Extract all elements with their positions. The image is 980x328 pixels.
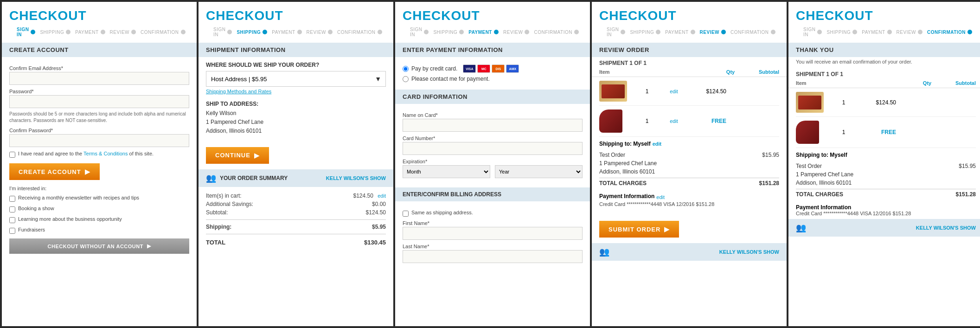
- step-shipping-2: SHIPPING: [237, 30, 261, 35]
- step-payment-1: PAYMENT: [75, 30, 98, 35]
- show-link-2[interactable]: KELLY WILSON'S SHOW: [326, 175, 386, 181]
- expiry-month-select[interactable]: Month: [403, 165, 490, 178]
- interest-1: Receiving a monthly enewsletter with rec…: [9, 195, 189, 202]
- confirm-payment-detail: Credit Card ************4448 VISA 12/201…: [796, 211, 976, 216]
- step-dot-5: [181, 30, 186, 34]
- review-order-header: REVIEW ORDER: [592, 43, 787, 57]
- item-qty-1: 1: [635, 88, 659, 95]
- expiry-row: Month Year: [403, 165, 583, 178]
- order-items-row: Item(s) in cart: $124.50 edit: [206, 192, 386, 200]
- review-items: 1 edit $124.50 1 edit FREE: [592, 77, 787, 137]
- step-dot-1: [31, 30, 35, 34]
- show-link-5[interactable]: KELLY WILSON'S SHOW: [916, 225, 976, 231]
- step-shipping-4: SHIPPING: [630, 30, 654, 35]
- first-name-label: First Name*: [403, 220, 583, 226]
- confirm-price-1: $124.50: [859, 99, 896, 106]
- order-divider: [206, 219, 386, 220]
- confirm-password-input[interactable]: [9, 134, 189, 147]
- terms-link[interactable]: Terms & Conditions: [83, 151, 128, 156]
- show-link-4[interactable]: KELLY WILSON'S SHOW: [719, 249, 779, 255]
- name-on-card-input[interactable]: [403, 119, 583, 132]
- first-name-input[interactable]: [403, 227, 583, 240]
- order-summary-header: 👥 YOUR ORDER SUMMARY KELLY WILSON'S SHOW: [199, 169, 393, 187]
- shipping-address: Kelly Wilson 1 Pampered Chef Lane Addiso…: [199, 109, 393, 136]
- ship-method-select[interactable]: Host Address | $5.95: [206, 71, 386, 87]
- last-name-input[interactable]: [403, 250, 583, 263]
- email-input[interactable]: [9, 72, 189, 85]
- expiry-year-select[interactable]: Year: [495, 165, 583, 178]
- people-icon-4: 👥: [599, 247, 609, 257]
- step-payment-2: PAYMENT: [272, 30, 295, 35]
- contact-radio[interactable]: [403, 76, 409, 82]
- confirm-password-label: Confirm Password*: [9, 128, 189, 133]
- confirm-price-2: FREE: [859, 129, 896, 135]
- ship-method-wrapper: Host Address | $5.95 ▼: [206, 71, 386, 87]
- order-summary-title: YOUR ORDER SUMMARY: [220, 175, 288, 181]
- thank-you-sub: You will receive an email confirmation o…: [788, 57, 980, 68]
- item-edit-2[interactable]: edit: [662, 118, 685, 124]
- interest-checkbox-4[interactable]: [9, 228, 15, 234]
- step-confirmation-2: CONFIRMATION: [337, 30, 375, 35]
- checkout-title-2: CHECKOUT: [206, 8, 386, 23]
- step-dot-3-2: [459, 30, 464, 34]
- step-dot-3-1: [424, 30, 429, 34]
- continue-button[interactable]: CONTINUE ▶: [206, 147, 269, 164]
- shipping-to-edit[interactable]: edit: [653, 141, 662, 147]
- password-input[interactable]: [9, 95, 189, 108]
- terms-checkbox[interactable]: [9, 152, 15, 158]
- payment-option-2: Please contact me for payment.: [403, 76, 583, 82]
- payment-info-header: ENTER PAYMENT INFORMATION: [395, 43, 590, 57]
- same-shipping-checkbox[interactable]: [403, 211, 409, 217]
- payment-body: Pay by credit card. VISA MC DIS AMX Plea…: [395, 57, 590, 90]
- step-signin-4: SIGN IN: [607, 27, 619, 37]
- step-dot-3-4: [525, 30, 529, 34]
- interest-checkbox-3[interactable]: [9, 217, 15, 223]
- panel-header-5: CHECKOUT SIGN IN SHIPPING PAYMENT REVIEW…: [788, 2, 980, 43]
- panel-review: CHECKOUT SIGN IN SHIPPING PAYMENT REVIEW…: [592, 2, 787, 326]
- confirm-total-charges: TOTAL CHARGES $151.28: [796, 189, 976, 199]
- interested-section: I'm interested in: Receiving a monthly e…: [9, 186, 189, 234]
- item-edit-1[interactable]: edit: [662, 89, 685, 94]
- email-label: Confirm Email Address*: [9, 65, 189, 71]
- checkout-title-3: CHECKOUT: [403, 8, 583, 23]
- review-table-header: Item Qty Subtotal: [592, 67, 787, 77]
- password-hint: Passwords should be 5 or more characters…: [9, 111, 189, 124]
- create-account-button[interactable]: CREATE ACCOUNT ▶: [9, 163, 100, 180]
- confirm-qty-1: 1: [832, 99, 855, 106]
- confirm-col-qty: Qty: [916, 80, 939, 86]
- confirm-payment-info: Payment Information Credit Card ********…: [788, 201, 980, 219]
- interest-checkbox-1[interactable]: [9, 196, 15, 202]
- checkout-title-4: CHECKOUT: [599, 8, 779, 23]
- card-number-input[interactable]: [403, 142, 583, 155]
- shipment-label-4: SHIPMENT 1 OF 1: [592, 57, 787, 67]
- shipping-cost-row: Shipping: $5.95: [206, 223, 386, 231]
- confirm-table-header: Item Qty Subtotal: [788, 78, 980, 88]
- step-payment-5: PAYMENT: [862, 30, 885, 35]
- step-dot-5-3: [887, 30, 892, 34]
- interest-4: Fundraisers: [9, 227, 189, 234]
- submit-order-button[interactable]: SUBMIT ORDER ▶: [599, 221, 679, 238]
- interest-checkbox-2[interactable]: [9, 206, 15, 212]
- shipping-to-row: Shipping to: Myself edit: [592, 137, 787, 148]
- confirm-items: 1 $124.50 1 FREE: [788, 88, 980, 148]
- credit-card-radio[interactable]: [403, 66, 409, 72]
- checkout-without-account-button[interactable]: CHECKOUT WITHOUT AN ACCOUNT ▶: [9, 238, 189, 254]
- shipping-rates-link[interactable]: Shipping Methods and Rates: [199, 87, 393, 96]
- subtotal-row: Subtotal: $124.50: [206, 208, 386, 217]
- payment-edit-link[interactable]: edit: [656, 194, 665, 200]
- total-row: TOTAL $130.45: [206, 237, 386, 248]
- same-as-shipping-row: Same as shipping address.: [403, 210, 583, 217]
- step-dot-4-2: [656, 30, 660, 34]
- step-review-3: REVIEW: [503, 30, 523, 35]
- payment-detail-row: Credit Card ************4448 VISA 12/201…: [599, 201, 779, 207]
- password-label: Password*: [9, 89, 189, 94]
- step-shipping-5: SHIPPING: [826, 30, 851, 35]
- order-items-edit[interactable]: edit: [378, 193, 386, 199]
- order-divider-2: [206, 234, 386, 234]
- col-qty-header: Qty: [719, 69, 742, 75]
- step-payment-4: PAYMENT: [665, 30, 688, 35]
- continue-btn-wrapper: CONTINUE ▶: [199, 136, 393, 169]
- address-line-2: Addison, Illinois 60101: [599, 167, 779, 176]
- step-dot-3-3: [494, 30, 499, 34]
- step-dot-4-1: [621, 30, 625, 34]
